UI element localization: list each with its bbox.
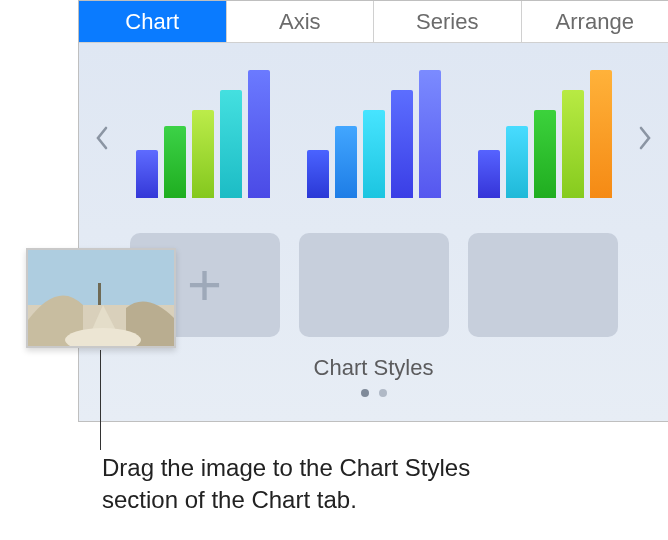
chart-style-slot[interactable] [299, 233, 449, 337]
section-title: Chart Styles [79, 355, 668, 381]
chart-style-slot[interactable] [468, 233, 618, 337]
chevron-right-icon[interactable] [630, 126, 660, 150]
callout-leader-line [100, 350, 101, 450]
plus-icon: + [187, 255, 222, 315]
tab-bar: Chart Axis Series Arrange [79, 1, 668, 43]
tab-chart[interactable]: Chart [79, 1, 227, 42]
format-panel: Chart Axis Series Arrange [78, 0, 668, 422]
tab-series[interactable]: Series [374, 1, 522, 42]
tab-axis[interactable]: Axis [227, 1, 375, 42]
page-dot[interactable] [379, 389, 387, 397]
chart-style-thumb[interactable] [128, 68, 278, 208]
chart-style-thumb[interactable] [299, 68, 449, 208]
page-dot[interactable] [361, 389, 369, 397]
svg-rect-3 [98, 283, 101, 305]
callout-text: Drag the image to the Chart Styles secti… [102, 452, 532, 517]
tab-arrange[interactable]: Arrange [522, 1, 669, 42]
page-dots [79, 389, 668, 397]
svg-rect-0 [28, 250, 176, 305]
chart-style-thumbs [117, 68, 630, 208]
dragged-image-thumbnail[interactable] [26, 248, 176, 348]
chevron-left-icon[interactable] [87, 126, 117, 150]
chart-styles-area: + Chart Styles [79, 43, 668, 421]
chart-style-thumb[interactable] [470, 68, 620, 208]
chart-styles-carousel [79, 43, 668, 233]
